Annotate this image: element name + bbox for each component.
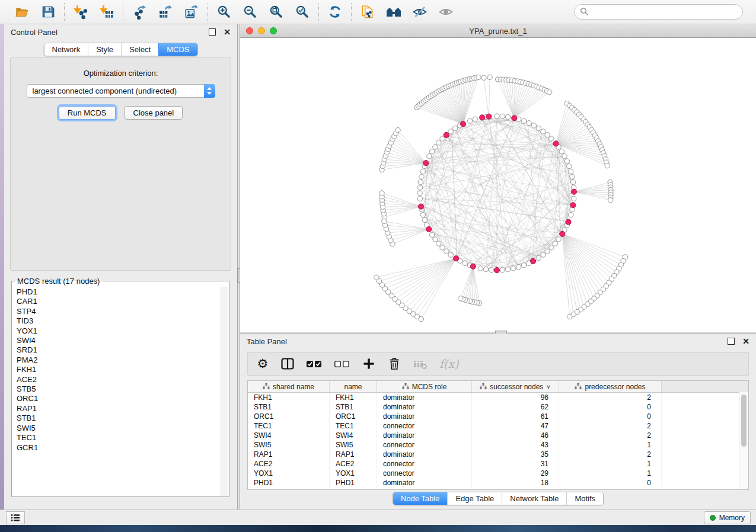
table-row[interactable]: PHD1PHD1dominator180 xyxy=(248,478,748,488)
graph-node[interactable] xyxy=(545,249,550,254)
column-header-shared-name[interactable]: shared name xyxy=(248,381,330,392)
graph-node[interactable] xyxy=(433,145,438,149)
tab-edge-table[interactable]: Edge Table xyxy=(447,492,502,505)
mcds-result-item[interactable]: FKH1 xyxy=(17,365,221,374)
graph-hub-node[interactable] xyxy=(566,219,571,225)
graph-hub-node[interactable] xyxy=(480,115,485,120)
show-all-icon[interactable] xyxy=(438,4,454,20)
table-row[interactable]: FKH1FKH1dominator962 xyxy=(248,393,748,402)
graph-node[interactable] xyxy=(570,180,575,184)
graph-node[interactable] xyxy=(516,265,521,270)
import-network-icon[interactable] xyxy=(72,4,89,20)
binoculars-icon[interactable] xyxy=(385,4,402,20)
tab-node-table[interactable]: Node Table xyxy=(393,492,448,505)
graph-node[interactable] xyxy=(429,149,434,154)
mcds-result-item[interactable]: TEC1 xyxy=(17,433,221,443)
graph-node[interactable] xyxy=(571,196,576,201)
graph-node[interactable] xyxy=(382,219,387,223)
table-row[interactable]: ORC1ORC1dominator610 xyxy=(248,412,748,421)
graph-node[interactable] xyxy=(440,245,445,250)
save-icon[interactable] xyxy=(40,4,56,20)
tab-network[interactable]: Network xyxy=(44,43,88,56)
zoom-out-icon[interactable] xyxy=(242,4,259,20)
graph-hub-node[interactable] xyxy=(418,204,423,209)
graph-node[interactable] xyxy=(556,237,561,242)
graph-node[interactable] xyxy=(420,169,425,174)
task-history-button[interactable] xyxy=(6,511,25,524)
graph-node[interactable] xyxy=(453,126,458,130)
graph-node[interactable] xyxy=(429,232,434,237)
table-scrollbar-thumb[interactable] xyxy=(741,395,747,447)
graph-node[interactable] xyxy=(547,89,551,94)
graph-node[interactable] xyxy=(569,169,573,174)
criterion-select[interactable]: largest connected component (undirected) xyxy=(27,84,215,98)
graph-node[interactable] xyxy=(536,255,541,260)
graph-node[interactable] xyxy=(505,267,510,271)
import-table-icon[interactable] xyxy=(98,4,115,20)
float-table-panel-icon[interactable] xyxy=(728,338,735,345)
graph-hub-node[interactable] xyxy=(444,132,449,137)
maximize-window-icon[interactable] xyxy=(270,27,277,34)
zoom-selected-icon[interactable] xyxy=(294,4,311,20)
delete-table-icon[interactable] xyxy=(413,356,428,371)
graph-node[interactable] xyxy=(476,75,481,79)
graph-node[interactable] xyxy=(419,174,424,179)
mcds-result-item[interactable]: STB1 xyxy=(17,414,221,423)
hide-selected-icon[interactable] xyxy=(412,4,428,20)
graph-node[interactable] xyxy=(458,296,463,301)
network-canvas[interactable] xyxy=(240,38,756,332)
graph-node[interactable] xyxy=(545,133,550,137)
graph-node[interactable] xyxy=(417,185,422,190)
graph-node[interactable] xyxy=(549,136,554,141)
graph-node[interactable] xyxy=(500,114,505,118)
graph-node[interactable] xyxy=(521,263,526,268)
graph-node[interactable] xyxy=(395,127,400,132)
graph-node[interactable] xyxy=(462,261,467,265)
graph-node[interactable] xyxy=(422,217,427,222)
graph-hub-node[interactable] xyxy=(460,121,465,127)
tab-motifs[interactable]: Motifs xyxy=(566,492,603,505)
mcds-result-item[interactable]: YOX1 xyxy=(17,326,221,336)
mcds-result-item[interactable]: CAR1 xyxy=(17,297,221,306)
close-panel-button[interactable]: Close panel xyxy=(125,106,183,120)
graph-hub-node[interactable] xyxy=(512,116,517,121)
graph-hub-node[interactable] xyxy=(494,267,499,273)
graph-node[interactable] xyxy=(567,314,572,319)
float-panel-icon[interactable] xyxy=(209,28,216,36)
mcds-result-item[interactable]: ACE2 xyxy=(17,375,221,384)
zoom-fit-icon[interactable] xyxy=(268,4,285,20)
graph-node[interactable] xyxy=(374,275,379,280)
graph-node[interactable] xyxy=(567,164,572,168)
gear-icon[interactable]: ⚙ xyxy=(256,356,269,371)
graph-node[interactable] xyxy=(527,121,531,126)
graph-hub-node[interactable] xyxy=(470,264,476,269)
graph-node[interactable] xyxy=(379,191,384,196)
graph-node[interactable] xyxy=(541,252,546,257)
graph-node[interactable] xyxy=(481,75,486,80)
zoom-in-icon[interactable] xyxy=(216,4,232,20)
table-row[interactable]: YOX1YOX1connector291 xyxy=(248,469,748,478)
export-image-icon[interactable] xyxy=(183,4,200,20)
graph-node[interactable] xyxy=(473,117,477,121)
graph-node[interactable] xyxy=(417,191,422,196)
table-row[interactable]: TEC1TEC1connector472 xyxy=(248,421,748,431)
column-header-predecessor-nodes[interactable]: predecessor nodes xyxy=(559,381,662,392)
run-mcds-button[interactable]: Run MCDS xyxy=(59,106,116,120)
close-panel-icon[interactable]: ✕ xyxy=(224,29,231,35)
table-row[interactable]: SWI4SWI4dominator462 xyxy=(248,431,748,440)
graph-node[interactable] xyxy=(570,174,575,179)
graph-node[interactable] xyxy=(536,126,541,130)
network-graph[interactable] xyxy=(240,38,755,332)
graph-hub-node[interactable] xyxy=(570,203,576,208)
minimize-window-icon[interactable] xyxy=(258,27,265,34)
mcds-result-item[interactable]: TID3 xyxy=(17,316,221,326)
table-row[interactable]: ACE2ACE2connector311 xyxy=(248,459,748,469)
graph-node[interactable] xyxy=(433,237,438,242)
mcds-result-item[interactable]: STP4 xyxy=(17,307,221,316)
column-header-successor-nodes[interactable]: successor nodes∨ xyxy=(472,381,559,392)
mcds-result-item[interactable]: SWI5 xyxy=(17,424,221,433)
tab-mcds[interactable]: MCDS xyxy=(158,43,197,56)
close-window-icon[interactable] xyxy=(246,27,253,34)
graph-node[interactable] xyxy=(483,267,488,271)
graph-node[interactable] xyxy=(500,267,505,272)
